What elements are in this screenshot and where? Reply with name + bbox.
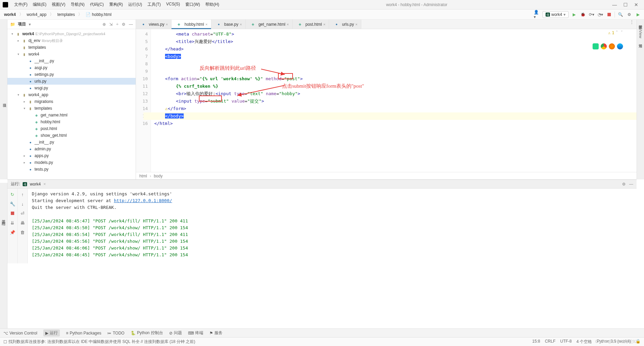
right-strip-sciview[interactable]: SciView (639, 25, 643, 38)
menu-item[interactable]: 代码(C) (88, 1, 106, 8)
tree-item[interactable]: ●__init__.py (7, 139, 136, 146)
menu-item[interactable]: 工具(T) (145, 1, 163, 8)
tree-item[interactable]: ◈show_get.html (7, 132, 136, 139)
tree-item[interactable]: ▾▮work4 (7, 51, 136, 58)
code-editor[interactable]: 45678910111213141516 <meta charset="UTF-… (136, 29, 637, 172)
tree-item[interactable]: ●tests.py (7, 166, 136, 173)
menu-item[interactable]: 重构(R) (107, 1, 125, 8)
code-breadcrumbs[interactable]: html › body (136, 172, 637, 179)
menu-item[interactable]: 编辑(E) (31, 1, 48, 8)
expand-icon[interactable]: ▾ (22, 107, 26, 110)
ide-icon[interactable]: ▶ (635, 11, 641, 18)
tree-item[interactable]: ▾▮templates (7, 105, 136, 112)
run-tab-label[interactable]: work4 (30, 182, 41, 187)
editor-tab[interactable]: ◈post.html× (293, 20, 329, 29)
bottom-tool-item[interactable]: ▶ 运行 (43, 329, 60, 337)
breadcrumb-item[interactable]: work4 (3, 12, 17, 18)
expand-icon[interactable]: ⇲ (109, 22, 113, 27)
down-button[interactable]: ↓ (20, 201, 26, 207)
hide-icon[interactable]: — (129, 22, 133, 27)
tree-item[interactable]: ◈get_name.html (7, 112, 136, 118)
status-item[interactable]: 15:8 (532, 339, 540, 345)
run-pin-button[interactable]: 📌 (9, 229, 16, 235)
locate-icon[interactable]: ⊕ (102, 22, 106, 27)
wrap-button[interactable]: ⏎ (20, 210, 26, 216)
menu-item[interactable]: VCS(S) (164, 1, 182, 8)
menu-item[interactable]: 运行(U) (126, 1, 144, 8)
tree-item[interactable]: ◈hobby.html (7, 118, 136, 125)
expand-icon[interactable]: ▾ (16, 93, 20, 96)
breadcrumb-item[interactable]: templates (56, 12, 76, 18)
server-url-link[interactable]: http://127.0.0.1:8000/ (114, 198, 172, 203)
bottom-tool-item[interactable]: 🐍 Python 控制台 (131, 330, 163, 336)
rerun-button[interactable]: ↻ (9, 191, 16, 197)
expand-icon[interactable]: ▸ (22, 100, 26, 103)
breadcrumb-item[interactable]: 📄 hobby.html (84, 12, 113, 18)
tree-item[interactable]: ▾▮work4E:\Python\Python_Django\2_project… (7, 30, 136, 37)
profile-button[interactable]: ◔▾ (597, 11, 604, 18)
status-item[interactable]: UTF-8 (560, 339, 572, 345)
close-tab-icon[interactable]: × (166, 22, 168, 26)
tree-item[interactable]: ◈post.html (7, 125, 136, 132)
close-run-tab[interactable]: × (43, 182, 46, 187)
pycharm-icon[interactable] (593, 43, 599, 49)
tree-item[interactable]: ●__init__.py (7, 58, 136, 64)
expand-icon[interactable]: ▸ (22, 161, 26, 164)
status-item[interactable]: CRLF (545, 339, 555, 345)
close-tab-icon[interactable]: × (240, 22, 242, 26)
run-gear-icon[interactable]: ⚙ (622, 182, 626, 187)
minimize-button[interactable]: — (612, 2, 617, 7)
tree-item[interactable]: ●settings.py (7, 71, 136, 78)
tree-item[interactable]: ▾▮work4_app (7, 91, 136, 98)
crumb-html[interactable]: html (139, 174, 147, 178)
editor-tab[interactable]: ●views.py× (136, 20, 171, 29)
crumb-body[interactable]: body (154, 174, 163, 178)
left-tool-strip[interactable]: 项目 (0, 20, 7, 179)
debug-button[interactable]: 🐞 (579, 11, 586, 18)
project-tree[interactable]: ▾▮work4E:\Python\Python_Django\2_project… (7, 29, 136, 179)
search-icon[interactable]: 🔍 (617, 11, 624, 18)
console-output[interactable]: Django version 4.2.9, using settings 'wo… (28, 189, 637, 263)
bottom-tool-item[interactable]: ≡ Python Packages (66, 331, 101, 336)
status-message[interactable]: 找到数据库连接形参: 连接到数据库以在 IDE 中编辑数据并使用 SQL 补全 … (8, 339, 195, 345)
close-tab-icon[interactable]: × (355, 22, 357, 26)
status-item[interactable]: 4 个空格 (576, 339, 592, 345)
editor-tab[interactable]: ●urls.py× (329, 20, 361, 29)
tree-item[interactable]: ●admin.py (7, 146, 136, 152)
maximize-button[interactable]: ☐ (623, 2, 628, 7)
expand-icon[interactable]: ▸ (22, 154, 26, 157)
gear-icon[interactable]: ⚙ (122, 22, 125, 27)
breadcrumb-item[interactable]: work4_app (25, 12, 48, 18)
close-tab-icon[interactable]: × (287, 22, 289, 26)
left-vstrip-lower[interactable]: 书签 结构 (0, 183, 7, 328)
expand-icon[interactable]: ▸ (16, 39, 20, 42)
run-config-selector[interactable]: dj work4 ▾ (543, 11, 569, 18)
settings-icon[interactable]: ⚙ (626, 11, 632, 18)
edge-icon[interactable] (617, 43, 623, 49)
print-button[interactable]: 🖶 (20, 220, 26, 226)
menu-item[interactable]: 导航(N) (69, 1, 87, 8)
editor-tab[interactable]: ◈get_name.html× (246, 20, 293, 29)
run-hide-icon[interactable]: — (629, 182, 633, 187)
expand-icon[interactable]: ▾ (16, 52, 20, 56)
bottom-tool-item[interactable]: ⌨ 终端 (188, 330, 203, 336)
run-settings-button[interactable]: 🔧 (9, 201, 16, 207)
editor-tab[interactable]: ◈hobby.html× (171, 20, 211, 29)
bottom-tool-item[interactable]: ≔ TODO (107, 331, 124, 336)
menu-item[interactable]: 窗口(W) (183, 1, 202, 8)
code-body[interactable]: <meta charset="UTF-8"> <title>兴趣爱好</titl… (151, 29, 637, 172)
right-tool-strip[interactable]: 数据库 SciView 通知 (637, 20, 644, 179)
tree-item[interactable]: ▸●apps.py (7, 152, 136, 159)
lock-icon[interactable]: 🔒 (636, 339, 641, 345)
delete-button[interactable]: 🗑 (20, 229, 26, 235)
close-button[interactable]: ✕ (634, 2, 639, 7)
up-button[interactable]: ↑ (20, 191, 26, 197)
expand-icon[interactable]: ▾ (10, 32, 14, 36)
bottom-tool-item[interactable]: ⚑ 服务 (209, 330, 223, 336)
close-tab-icon[interactable]: × (323, 22, 325, 26)
user-icon[interactable]: 👤▾ (534, 11, 540, 18)
stop-button[interactable] (606, 11, 613, 18)
menu-item[interactable]: 帮助(H) (203, 1, 221, 8)
inspection-badge[interactable]: ⚠ 1 ˆ ˇ (608, 30, 623, 35)
firefox-icon[interactable] (609, 43, 615, 49)
